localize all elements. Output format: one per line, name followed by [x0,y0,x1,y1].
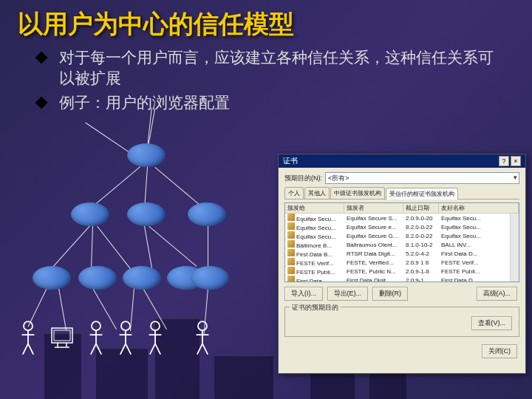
close-button[interactable]: 关闭(C) [482,344,518,358]
certificate-icon [287,249,295,256]
certificate-icon [287,276,295,282]
tree-node [191,266,229,290]
tree-node-root [127,143,166,167]
svg-point-5 [151,321,160,330]
tree-node [127,202,166,226]
col-issued-to[interactable]: 颁发给 [285,203,344,213]
import-button[interactable]: 导入(I)... [284,287,323,301]
view-button[interactable]: 查看(V)... [471,316,513,330]
tab-others[interactable]: 其他人 [304,187,330,199]
remove-button[interactable]: 删除(R) [372,287,409,301]
certificate-icon [287,214,295,221]
list-row[interactable]: Equifax Secu...Equifax Secure e...8.2.0-… [285,222,519,231]
svg-point-4 [121,321,130,330]
cert-purpose-group: 证书的预期目的 查看(V)... [284,307,519,337]
tree-node [123,266,161,290]
list-scrollbar[interactable] [510,214,519,282]
monitor-icon [49,327,75,350]
list-row[interactable]: Equifax Secu...Equifax Secure G...8.2.0-… [285,231,519,240]
tab-personal[interactable]: 个人 [284,187,304,199]
tab-trusted-root-ca[interactable]: 受信任的根证书颁发机构 [386,188,458,200]
col-friendly-name[interactable]: 友好名称 [439,203,519,213]
certificate-icon [287,240,295,248]
tree-node [188,202,226,226]
tree-node [33,266,71,290]
list-row[interactable]: FESTE Verif...FESTE, Verified...2.0.9 1 … [285,258,519,267]
dialog-titlebar: 证书 ? × [279,154,525,168]
bullet-diamond-icon [35,96,48,109]
list-row[interactable]: FESTE Publi...FESTE, Public N...2.0.9-1-… [285,267,519,276]
advanced-button[interactable]: 高级(A)... [477,287,518,301]
svg-point-0 [24,321,33,330]
list-row[interactable]: Equifax Secu...Equifax Secure S...2.0.9-… [285,214,519,222]
intended-purpose-select[interactable]: <所有> [325,172,519,184]
tree-node [78,266,117,290]
list-row[interactable]: First Data B...RTSR Data Digit...5.2.0-4… [285,249,519,258]
bullet-text: 对于每一个用户而言，应该建立各种信任关系，这种信任关系可以被扩展 [59,47,502,89]
person-icon [117,321,134,356]
dialog-title-text: 证书 [283,156,298,166]
svg-point-6 [198,321,207,330]
col-expiry[interactable]: 截止日期 [403,203,439,213]
list-header: 颁发给 颁发者 截止日期 友好名称 [285,203,519,214]
tree-node [71,202,109,226]
cert-tabs: 个人 其他人 中级证书颁发机构 受信任的根证书颁发机构 [284,187,519,200]
export-button[interactable]: 导出(E)... [327,287,369,301]
svg-rect-2 [54,330,70,341]
col-issued-by[interactable]: 颁发者 [344,203,403,213]
help-icon[interactable]: ? [499,156,509,166]
bullet-text: 例子：用户的浏览器配置 [59,92,502,113]
intended-purpose-label: 预期目的(N): [284,174,322,183]
slide-title: 以用户为中心的信任模型 [18,7,294,41]
person-icon [194,321,211,356]
tab-intermediate-ca[interactable]: 中级证书颁发机构 [330,187,385,199]
list-row[interactable]: First Data .First Data Digit...2.0.9-1..… [285,276,519,282]
certificate-icon [287,258,295,265]
cert-listbox[interactable]: 颁发给 颁发者 截止日期 友好名称 Equifax Secu...Equifax… [284,202,519,282]
trust-tree-diagram [19,143,263,380]
svg-point-3 [92,321,100,330]
close-icon[interactable]: × [511,156,521,166]
certificate-icon [287,267,295,274]
certificate-icon [287,222,295,230]
person-icon [146,321,164,356]
person-icon [19,321,37,356]
list-row[interactable]: Baltimore B...Baltraomos Olent...8.1.0-1… [285,240,519,249]
bullet-diamond-icon [35,52,48,64]
certificates-dialog: 证书 ? × 预期目的(N): <所有> 个人 其他人 中级证书颁发机构 受信任… [278,154,526,374]
bullet-list: 对于每一个用户而言，应该建立各种信任关系，这种信任关系可以被扩展 例子：用户的浏… [37,47,502,116]
bullet-item: 对于每一个用户而言，应该建立各种信任关系，这种信任关系可以被扩展 [37,47,502,89]
person-icon [87,321,105,356]
certificate-icon [287,231,295,239]
bullet-item: 例子：用户的浏览器配置 [37,92,502,113]
cert-purpose-legend: 证书的预期目的 [290,303,341,313]
